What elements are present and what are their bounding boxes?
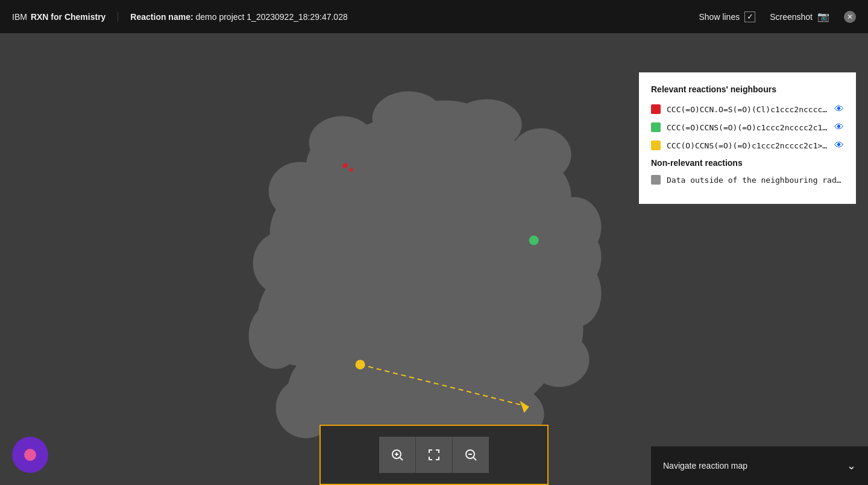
red-dot-2 — [350, 168, 353, 171]
fit-screen-icon — [427, 448, 441, 462]
legend-color-gray — [651, 175, 661, 185]
header-controls: Show lines Screenshot 📷 ✕ — [699, 11, 856, 23]
svg-point-27 — [433, 240, 469, 274]
green-dot — [529, 235, 539, 245]
svg-point-25 — [341, 180, 380, 214]
legend-text-gray: Data outside of the neighbouring radius — [667, 176, 844, 185]
svg-point-31 — [356, 242, 389, 271]
svg-point-22 — [362, 357, 395, 386]
svg-point-20 — [500, 278, 534, 320]
zoom-out-icon — [464, 448, 478, 462]
svg-point-23 — [315, 316, 346, 355]
legend-item-gray: Data outside of the neighbouring radius — [651, 175, 844, 185]
svg-point-34 — [547, 197, 602, 257]
screenshot-label: Screenshot — [770, 12, 813, 22]
brand-logo: IBM RXN for Chemistry — [12, 12, 118, 22]
svg-point-45 — [373, 91, 445, 145]
svg-point-28 — [392, 263, 426, 299]
svg-point-32 — [465, 246, 497, 280]
svg-point-29 — [423, 303, 454, 332]
legend-item-green: CCC(=O)CCNS(=O)(=O)c1ccc2ncccc2c1... 👁 — [651, 122, 844, 133]
svg-point-24 — [307, 254, 341, 296]
svg-rect-57 — [429, 457, 430, 460]
eye-icon-yellow[interactable]: 👁 — [834, 140, 844, 151]
legend-color-green — [651, 122, 661, 132]
svg-point-42 — [253, 232, 311, 294]
brand-rxn: RXN for Chemistry — [31, 12, 105, 22]
svg-line-61 — [474, 458, 477, 461]
red-dot-1 — [343, 163, 348, 168]
navigate-panel[interactable]: Navigate reaction map ⌄ — [651, 446, 868, 485]
legend-subtitle: Non-relevant reactions — [651, 158, 844, 168]
svg-point-26 — [394, 145, 436, 176]
legend-color-red — [651, 104, 661, 114]
svg-point-44 — [309, 116, 376, 169]
avatar-dot — [24, 449, 36, 461]
svg-point-19 — [475, 216, 511, 250]
screenshot-button[interactable]: Screenshot 📷 — [770, 11, 829, 22]
fit-screen-button[interactable] — [416, 437, 452, 473]
show-lines-checkbox[interactable] — [744, 11, 755, 22]
svg-point-41 — [249, 302, 303, 369]
svg-line-49 — [400, 458, 403, 461]
svg-point-47 — [511, 128, 571, 181]
brand-ibm: IBM — [12, 12, 27, 22]
svg-point-43 — [269, 162, 332, 220]
svg-point-30 — [370, 290, 399, 321]
yellow-dot — [356, 360, 365, 369]
chevron-down-icon: ⌄ — [847, 459, 856, 472]
reaction-map-svg — [240, 76, 614, 474]
reaction-label-key: Reaction name: — [130, 12, 195, 22]
svg-point-21 — [432, 350, 470, 381]
svg-point-36 — [529, 332, 590, 387]
svg-point-46 — [452, 99, 522, 150]
zoom-out-button[interactable] — [453, 437, 489, 473]
legend-text-red: CCC(=O)CCN.O=S(=O)(Cl)c1ccc2ncccc2... — [667, 105, 828, 114]
legend-color-yellow — [651, 141, 661, 150]
reaction-map[interactable] — [240, 76, 614, 474]
legend-text-green: CCC(=O)CCNS(=O)(=O)c1ccc2ncccc2c1... — [667, 123, 828, 132]
navigate-label: Navigate reaction map — [663, 461, 747, 471]
bottom-toolbar — [319, 425, 549, 485]
legend-title: Relevant reactions' neighbours — [651, 84, 844, 94]
svg-rect-59 — [438, 457, 439, 460]
show-lines-toggle[interactable]: Show lines — [699, 11, 755, 22]
close-button[interactable]: ✕ — [844, 11, 856, 23]
svg-rect-55 — [438, 449, 439, 453]
zoom-in-icon — [390, 448, 404, 462]
camera-icon: 📷 — [817, 11, 829, 22]
eye-icon-red[interactable]: 👁 — [834, 104, 844, 115]
avatar[interactable] — [12, 437, 48, 473]
app-header: IBM RXN for Chemistry Reaction name: dem… — [0, 0, 868, 34]
svg-point-35 — [553, 260, 602, 326]
legend-text-yellow: CCC(O)CCNS(=O)(=O)c1ccc2ncccc2c1>... — [667, 141, 828, 150]
legend-item-red: CCC(=O)CCN.O=S(=O)(Cl)c1ccc2ncccc2... 👁 — [651, 104, 844, 115]
svg-rect-53 — [429, 449, 430, 453]
reaction-name-value: demo project 1_20230922_18:29:47.028 — [196, 12, 348, 22]
legend-panel: Relevant reactions' neighbours CCC(=O)CC… — [639, 72, 856, 204]
zoom-in-button[interactable] — [379, 437, 415, 473]
reaction-name-label: Reaction name: demo project 1_20230922_1… — [130, 12, 699, 22]
eye-icon-green[interactable]: 👁 — [834, 122, 844, 133]
legend-item-yellow: CCC(O)CCNS(=O)(=O)c1ccc2ncccc2c1>... 👁 — [651, 140, 844, 151]
show-lines-label: Show lines — [699, 12, 740, 22]
